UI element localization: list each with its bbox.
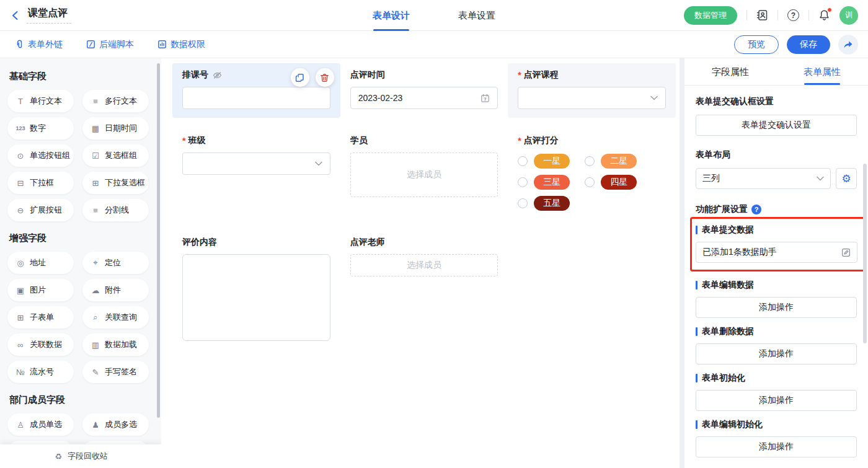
field-block-score[interactable]: *点评打分 一星二星三星四星五星	[508, 129, 676, 219]
help-question-icon[interactable]: ?	[751, 205, 761, 214]
sidebar-item-member-multi[interactable]: ♟成员多选	[82, 413, 149, 436]
review-course-select[interactable]	[518, 87, 666, 109]
share-arrow-icon	[843, 40, 853, 50]
student-member-picker[interactable]: 选择成员	[350, 152, 498, 197]
tab-form-design[interactable]: 表单设计	[373, 0, 410, 31]
form-external-link[interactable]: 表单外链	[15, 39, 63, 50]
layout-select[interactable]: 三列	[696, 168, 831, 189]
sidebar-item-extend-button[interactable]: ⊖扩展按钮	[7, 199, 74, 221]
sidebar-item-single-line-text[interactable]: T单行文本	[7, 90, 74, 112]
radio-icon[interactable]	[585, 156, 595, 166]
field-block-review-time[interactable]: 点评时间 2023-02-23	[340, 63, 508, 118]
back-button[interactable]	[10, 10, 21, 21]
field-block-class[interactable]: *班级	[172, 129, 340, 183]
sidebar-item-datetime[interactable]: ▦日期时间	[82, 117, 149, 139]
field-block-teacher[interactable]: 点评老师 选择成员	[340, 231, 508, 285]
avatar[interactable]: 训	[839, 6, 858, 25]
tab-form-properties[interactable]: 表单属性	[776, 58, 868, 85]
tab-field-properties[interactable]: 字段属性	[684, 58, 776, 85]
add-action-button[interactable]: 添加操作	[696, 297, 857, 318]
sidebar-item-multi-select[interactable]: ⊞下拉复选框	[82, 172, 149, 194]
radio-icon[interactable]	[518, 177, 528, 187]
panel-scrollbar[interactable]	[863, 164, 867, 343]
sidebar-item-data-load[interactable]: ▥数据加载	[82, 333, 149, 356]
sidebar-item-label: 手写签名	[105, 366, 137, 377]
score-pill: 二星	[601, 154, 637, 169]
data-manage-button[interactable]: 数据管理	[684, 6, 737, 25]
sidebar-item-label: 成员多选	[105, 419, 137, 430]
page-title[interactable]: 课堂点评	[27, 7, 71, 24]
comment-textarea[interactable]	[182, 254, 330, 341]
divider	[808, 10, 809, 20]
copy-field-button[interactable]	[291, 68, 309, 87]
delete-field-button[interactable]	[316, 68, 334, 87]
add-action-button[interactable]: 添加操作	[696, 390, 857, 411]
preview-button[interactable]: 预览	[734, 35, 779, 54]
sidebar-item-linked-data[interactable]: ∞关联数据	[7, 333, 74, 356]
sidebar-item-label: 复选框组	[105, 150, 137, 161]
layout-settings-button[interactable]: ⚙	[836, 168, 857, 189]
panel-group-title: 表单编辑数据	[696, 280, 857, 291]
sidebar-item-number[interactable]: 123数字	[7, 117, 74, 139]
sidebar-item-lookup-query[interactable]: ⌕关联查询	[82, 306, 149, 329]
review-time-date-input[interactable]: 2023-02-23	[350, 87, 498, 109]
score-pill: 三星	[534, 175, 570, 190]
class-select[interactable]	[182, 152, 330, 175]
field-label: 点评打分	[524, 135, 559, 146]
help-button[interactable]: ?	[787, 9, 799, 21]
data-assistant-box[interactable]: 已添加1条数据助手	[696, 242, 857, 263]
form-canvas: 排课号 点评时间 2023-02-23 *点评课程 *班级	[161, 58, 680, 468]
tab-form-settings[interactable]: 表单设置	[458, 0, 495, 31]
sidebar-item-radio-group[interactable]: ⊙单选按钮组	[7, 144, 74, 167]
share-button[interactable]	[838, 35, 858, 55]
radio-icon[interactable]	[518, 198, 528, 208]
field-label: 点评老师	[350, 237, 385, 248]
sidebar-scrollbar[interactable]	[157, 63, 160, 418]
add-action-button[interactable]: 添加操作	[696, 343, 857, 364]
submit-confirm-settings-button[interactable]: 表单提交确认设置	[696, 115, 857, 136]
radio-icon[interactable]	[585, 177, 595, 187]
add-action-button[interactable]: 添加操作	[696, 436, 857, 457]
sidebar-item-image[interactable]: ▣图片	[7, 279, 74, 301]
data-permission-link[interactable]: 数据权限	[157, 39, 205, 50]
contacts-button[interactable]	[756, 9, 768, 21]
save-button[interactable]: 保存	[787, 35, 830, 54]
field-recycle-bin-button[interactable]: ♻ 字段回收站	[0, 444, 161, 468]
panel-group-highlighted: 表单提交数据已添加1条数据助手	[690, 217, 867, 272]
panel-group-action: 表单初始化添加操作	[696, 373, 857, 411]
field-block-schedule-no[interactable]: 排课号	[172, 63, 340, 118]
sidebar-item-select[interactable]: ⊟下拉框	[7, 172, 74, 194]
teacher-member-picker[interactable]: 选择成员	[350, 254, 498, 276]
sidebar-item-divider[interactable]: ≡分割线	[82, 199, 149, 221]
subform-icon: ⊞	[16, 313, 25, 322]
sidebar-item-label: 扩展按钮	[30, 205, 62, 216]
top-header: 课堂点评 表单设计 表单设置 数据管理 ? 训	[0, 0, 868, 31]
attachment-icon: ☁	[91, 286, 100, 295]
radio-icon[interactable]	[518, 156, 528, 166]
sidebar-item-serial-number[interactable]: №流水号	[7, 361, 74, 383]
field-label: 评价内容	[182, 237, 217, 248]
signature-icon: ✎	[91, 368, 100, 377]
panel-group-action: 表单删除数据添加操作	[696, 326, 857, 364]
link-icon	[15, 40, 24, 49]
sidebar-item-address[interactable]: ◎地址	[7, 252, 74, 274]
edit-icon[interactable]	[841, 248, 851, 257]
sidebar-item-member-single[interactable]: ♙成员单选	[7, 413, 74, 436]
sidebar-item-attachment[interactable]: ☁附件	[82, 279, 149, 301]
sidebar-item-multiline-text[interactable]: ≡多行文本	[82, 90, 149, 112]
sidebar-item-subform[interactable]: ⊞子表单	[7, 306, 74, 329]
sidebar-item-label: 地址	[30, 257, 46, 268]
schedule-no-input[interactable]	[182, 87, 330, 109]
trash-icon	[320, 73, 329, 82]
backend-script-link[interactable]: 后端脚本	[86, 39, 134, 50]
sidebar-item-location[interactable]: ⌖定位	[82, 252, 149, 274]
sidebar-item-checkbox-group[interactable]: ☑复选框组	[82, 144, 149, 167]
field-block-student[interactable]: 学员 选择成员	[340, 129, 508, 206]
linked-data-icon: ∞	[16, 340, 25, 350]
notifications-button[interactable]	[818, 9, 830, 21]
header-tabs: 表单设计 表单设置	[373, 0, 495, 31]
field-block-review-course[interactable]: *点评课程	[508, 63, 676, 118]
sidebar-item-signature[interactable]: ✎手写签名	[82, 361, 149, 383]
field-block-comment[interactable]: 评价内容	[172, 231, 340, 351]
panel-group-title: 表单删除数据	[696, 326, 857, 337]
